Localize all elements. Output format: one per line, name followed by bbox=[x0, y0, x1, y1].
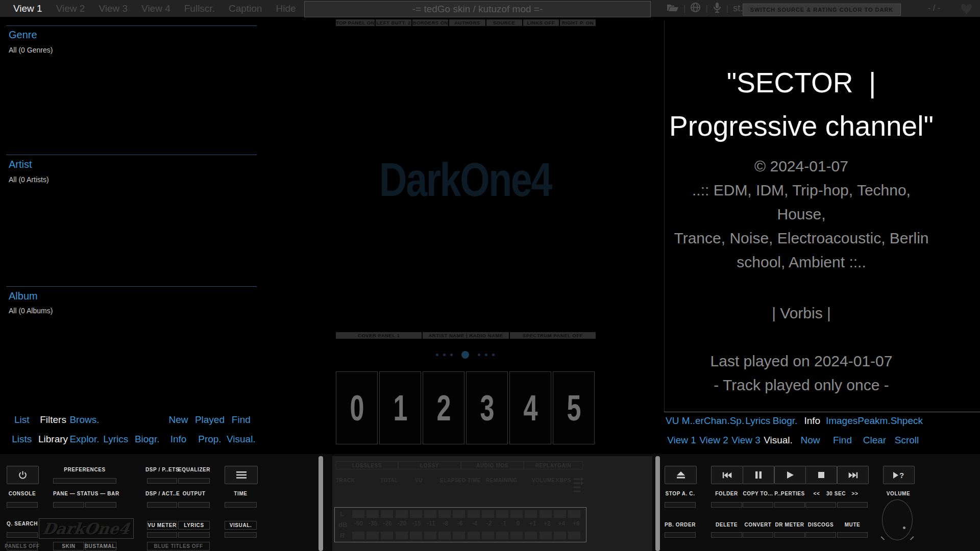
lyrics-button[interactable]: LYRICS bbox=[178, 521, 210, 530]
tab-right-panel[interactable]: RIGHT P. ON bbox=[560, 19, 596, 26]
discogs-slot[interactable] bbox=[805, 532, 836, 538]
link-now[interactable]: Now bbox=[800, 435, 820, 446]
link-filters[interactable]: Filters bbox=[40, 414, 66, 425]
artist-section-title[interactable]: Artist bbox=[9, 159, 32, 170]
link-images[interactable]: Images bbox=[826, 415, 857, 427]
rating-cell-2[interactable]: 2 bbox=[423, 371, 464, 444]
link-right-view1[interactable]: View 1 bbox=[667, 435, 696, 446]
menu-fullscreen[interactable]: Fullscr. bbox=[184, 3, 215, 14]
link-shpeck[interactable]: Shpeck bbox=[891, 415, 923, 427]
link-right-view3[interactable]: View 3 bbox=[731, 435, 761, 446]
globe-icon[interactable] bbox=[690, 2, 701, 15]
menu-view2[interactable]: View 2 bbox=[56, 3, 85, 14]
menu-view3[interactable]: View 3 bbox=[99, 3, 128, 14]
play-button[interactable] bbox=[774, 466, 806, 484]
blue-titles-button[interactable]: BLUE TITLES OFF bbox=[147, 542, 210, 550]
tab-cover-panel[interactable]: COVER PANEL 1 bbox=[336, 332, 422, 339]
tab-artist-radio-name[interactable]: ARTIST NAME | RADIO NAME bbox=[423, 332, 508, 339]
seek-back-button[interactable]: << bbox=[812, 491, 822, 496]
skin-button[interactable]: SKIN bbox=[53, 542, 84, 550]
equalizer-slot[interactable] bbox=[178, 478, 210, 484]
power-button[interactable] bbox=[7, 466, 39, 484]
rating-cell-0[interactable]: 0 bbox=[336, 371, 378, 444]
link-right-visual[interactable]: Visual. bbox=[764, 435, 793, 446]
tab-authors[interactable]: AUTHORS bbox=[449, 19, 485, 26]
rating-cell-5[interactable]: 5 bbox=[553, 371, 595, 444]
genre-section-title[interactable]: Genre bbox=[9, 29, 37, 41]
lyrics-slot[interactable] bbox=[178, 532, 210, 538]
link-lists[interactable]: Lists bbox=[12, 434, 32, 445]
tab-source[interactable]: SOURCE bbox=[486, 19, 522, 26]
menu-button[interactable] bbox=[225, 466, 258, 484]
menu-caption[interactable]: Caption bbox=[229, 3, 262, 14]
tab-top-panel[interactable]: TOP PANEL ON bbox=[336, 19, 375, 26]
album-section-title[interactable]: Album bbox=[9, 290, 38, 302]
lossy-button[interactable]: LOSSY bbox=[398, 461, 461, 469]
link-explorer[interactable]: Explor. bbox=[69, 434, 99, 445]
quick-search-slot[interactable] bbox=[7, 532, 38, 538]
menu-view4[interactable]: View 4 bbox=[141, 3, 170, 14]
link-properties[interactable]: Prop. bbox=[198, 434, 221, 445]
link-list[interactable]: List bbox=[14, 414, 30, 425]
link-played[interactable]: Played bbox=[195, 414, 225, 425]
volume-knob[interactable] bbox=[882, 499, 913, 540]
rating-cell-3[interactable]: 3 bbox=[466, 371, 508, 444]
menu-hide[interactable]: Hide bbox=[276, 3, 296, 14]
pane-slot[interactable] bbox=[53, 502, 84, 508]
status-bar-slot[interactable] bbox=[85, 502, 116, 508]
link-biography[interactable]: Biogr. bbox=[135, 434, 160, 445]
link-library[interactable]: Library bbox=[38, 434, 68, 445]
album-all-row[interactable]: All (0 Albums) bbox=[9, 307, 53, 315]
left-scrollbar[interactable] bbox=[318, 456, 323, 551]
preferences-slot[interactable] bbox=[53, 478, 116, 484]
link-right-view2[interactable]: View 2 bbox=[699, 435, 728, 446]
console-slot[interactable] bbox=[7, 502, 38, 508]
artist-all-row[interactable]: All (0 Artists) bbox=[9, 176, 49, 184]
link-vu-meter[interactable]: VU M..er bbox=[666, 415, 704, 427]
rating-cell-1[interactable]: 1 bbox=[379, 371, 421, 444]
link-lyrics-right[interactable]: Lyrics bbox=[745, 415, 770, 427]
switch-source-rating-button[interactable]: SWITCH SOURCE & RATING COLOR TO DARK bbox=[743, 4, 901, 16]
link-scroll[interactable]: Scroll bbox=[895, 435, 919, 446]
link-channel-spectrum[interactable]: Chan.Sp. bbox=[704, 415, 744, 427]
playback-order-slot[interactable] bbox=[665, 532, 696, 538]
previous-button[interactable] bbox=[711, 466, 743, 484]
link-lyrics[interactable]: Lyrics bbox=[103, 434, 128, 445]
visual-button[interactable]: VISUAL. bbox=[225, 521, 257, 530]
folder-slot[interactable] bbox=[711, 502, 742, 508]
visual-slot[interactable] bbox=[225, 532, 257, 538]
bustamal-button[interactable]: BUSTAMAL. bbox=[85, 542, 116, 550]
mute-slot[interactable] bbox=[837, 532, 868, 538]
seek-forward-button[interactable]: >> bbox=[850, 491, 860, 496]
menu-view1[interactable]: View 1 bbox=[13, 3, 42, 14]
link-right-find[interactable]: Find bbox=[833, 435, 852, 446]
dr-meter-slot[interactable] bbox=[774, 532, 805, 538]
dsp-active-slot[interactable] bbox=[147, 502, 177, 508]
open-folder-icon[interactable] bbox=[667, 3, 679, 15]
time-slot[interactable] bbox=[225, 502, 257, 508]
genre-all-row[interactable]: All (0 Genres) bbox=[9, 46, 53, 54]
tab-links[interactable]: LINKS OFF bbox=[523, 19, 559, 26]
link-find[interactable]: Find bbox=[232, 414, 251, 425]
link-info-right[interactable]: Info bbox=[804, 415, 820, 427]
tab-spectrum-panel[interactable]: SPECTRUM PANEL OFF bbox=[510, 332, 596, 339]
stop-button[interactable] bbox=[805, 466, 837, 484]
rating-cell-4[interactable]: 4 bbox=[509, 371, 551, 444]
stop-after-current-slot[interactable] bbox=[665, 502, 696, 508]
replaygain-button[interactable]: REPLAYGAIN bbox=[524, 461, 583, 469]
eject-button[interactable] bbox=[665, 466, 697, 484]
tab-borders[interactable]: BORDERS ON bbox=[412, 19, 448, 26]
next-button[interactable] bbox=[837, 466, 869, 484]
playlist-tool-icon[interactable] bbox=[573, 477, 584, 495]
link-clear[interactable]: Clear bbox=[863, 435, 886, 446]
panels-off-button[interactable]: PANELS OFF bbox=[7, 542, 38, 550]
right-scrollbar[interactable] bbox=[655, 456, 660, 551]
delete-slot[interactable] bbox=[711, 532, 742, 538]
copy-to-slot[interactable] bbox=[743, 502, 773, 508]
favorite-heart-icon[interactable] bbox=[960, 3, 973, 17]
vu-meter-button[interactable]: VU METER bbox=[147, 521, 177, 530]
audio-mos-button[interactable]: AUDIO MOS bbox=[461, 461, 524, 469]
seek-forward-slot[interactable] bbox=[837, 502, 868, 508]
link-peakmeter[interactable]: Peakm. bbox=[857, 415, 890, 427]
link-biography-right[interactable]: Biogr. bbox=[773, 415, 798, 427]
